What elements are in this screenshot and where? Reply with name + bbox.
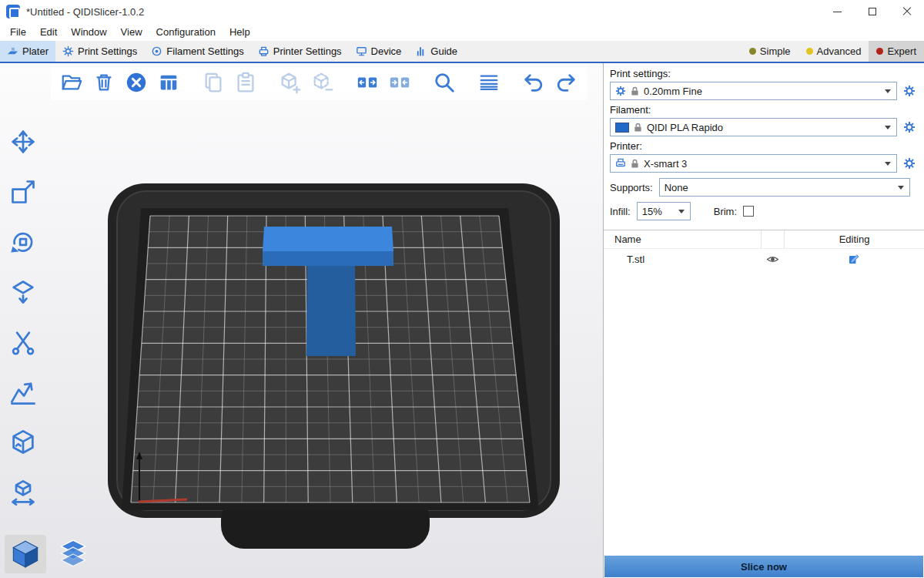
split-to-objects-button[interactable] xyxy=(353,67,382,98)
chevron-down-icon xyxy=(678,210,685,213)
lock-icon xyxy=(631,159,639,169)
visibility-toggle[interactable] xyxy=(761,249,784,270)
menu-bar: File Edit Window View Configuration Help xyxy=(0,23,924,41)
scale-button[interactable] xyxy=(3,172,43,212)
lock-icon xyxy=(634,123,642,133)
filament-combo[interactable]: QIDI PLA Rapido xyxy=(610,118,897,136)
menu-edit[interactable]: Edit xyxy=(33,24,64,40)
place-on-face-button[interactable] xyxy=(3,272,43,312)
object-list-row[interactable]: T.stl xyxy=(604,249,924,270)
object-list: Name Editing T.stl xyxy=(604,230,924,555)
rotate-button[interactable] xyxy=(3,222,43,262)
search-button[interactable] xyxy=(430,67,459,98)
undo-button[interactable] xyxy=(519,67,548,98)
tab-guide[interactable]: Guide xyxy=(408,41,464,62)
remove-instance-button[interactable] xyxy=(308,67,337,98)
variable-layer-height-button[interactable] xyxy=(474,67,504,98)
tab-label: Filament Settings xyxy=(166,45,243,57)
column-name: Name xyxy=(604,234,761,245)
minimize-button[interactable] xyxy=(820,0,855,23)
preview-layers-view-icon xyxy=(58,539,89,569)
gear-icon xyxy=(903,121,916,133)
maximize-icon xyxy=(869,8,876,15)
editing-toggle[interactable] xyxy=(784,249,924,270)
printer-mini-icon xyxy=(615,158,626,169)
mode-simple[interactable]: Simple xyxy=(742,41,798,62)
tab-filament-settings[interactable]: Filament Settings xyxy=(144,41,250,62)
copy-button[interactable] xyxy=(199,67,228,98)
split-to-parts-button[interactable] xyxy=(385,67,414,98)
menu-window[interactable]: Window xyxy=(64,24,113,40)
print-settings-label: Print settings: xyxy=(610,68,916,79)
preview-layers-view-button[interactable] xyxy=(52,535,94,573)
device-monitor-icon xyxy=(356,45,367,57)
3d-editor-view-button[interactable] xyxy=(5,535,46,573)
menu-view[interactable]: View xyxy=(114,24,149,40)
measure-button[interactable] xyxy=(3,472,43,512)
filament-edit-button[interactable] xyxy=(902,121,916,133)
brim-label: Brim: xyxy=(714,206,737,217)
menu-help[interactable]: Help xyxy=(223,24,257,40)
tab-printer-settings[interactable]: Printer Settings xyxy=(251,41,349,62)
mode-expert[interactable]: Expert xyxy=(869,41,924,62)
printer-value: X-smart 3 xyxy=(644,158,687,170)
redo-button[interactable] xyxy=(551,67,581,98)
delete-button[interactable] xyxy=(89,67,119,98)
chevron-down-icon xyxy=(885,162,891,166)
maximize-button[interactable] xyxy=(855,0,889,23)
print-settings-combo[interactable]: 0.20mm Fine xyxy=(610,82,897,100)
window-controls xyxy=(820,0,924,23)
measure-icon xyxy=(9,479,37,506)
arrange-button[interactable] xyxy=(154,67,183,98)
redo-icon xyxy=(554,71,578,94)
right-panel: Print settings: 0.20mm Fine Filament: QI… xyxy=(603,63,924,578)
paste-button[interactable] xyxy=(231,67,260,98)
advanced-mode-dot-icon xyxy=(806,48,813,55)
tab-label: Guide xyxy=(430,45,457,57)
3d-editor-view-icon xyxy=(11,539,40,569)
plater-icon xyxy=(7,45,18,57)
tab-bar: Plater Print Settings Filament Settings … xyxy=(0,41,924,63)
tab-label: Device xyxy=(371,45,402,57)
cut-button[interactable] xyxy=(3,322,43,362)
object-name: T.stl xyxy=(604,254,761,265)
add-instance-button[interactable] xyxy=(276,67,305,98)
supports-combo[interactable]: None xyxy=(659,178,910,197)
printer-combo[interactable]: X-smart 3 xyxy=(610,154,897,173)
window-title: *Untitled - QIDISlicer-1.0.2 xyxy=(26,6,144,18)
brim-checkbox[interactable] xyxy=(743,206,754,217)
infill-combo[interactable]: 15% xyxy=(637,202,691,220)
mode-label: Expert xyxy=(887,45,916,57)
guide-bars-icon xyxy=(415,45,427,57)
view-switcher xyxy=(5,535,94,573)
chevron-down-icon xyxy=(885,126,891,129)
open-project-button[interactable] xyxy=(57,67,86,98)
scale-icon xyxy=(9,178,37,206)
menu-configuration[interactable]: Configuration xyxy=(149,24,223,40)
close-button[interactable] xyxy=(889,0,924,23)
print-settings-edit-button[interactable] xyxy=(902,85,916,97)
mode-advanced[interactable]: Advanced xyxy=(798,41,869,62)
mode-label: Advanced xyxy=(817,45,862,57)
tab-plater[interactable]: Plater xyxy=(0,41,55,62)
tab-device[interactable]: Device xyxy=(349,41,409,62)
3d-viewport[interactable] xyxy=(0,63,603,578)
seam-painting-button[interactable] xyxy=(3,422,43,462)
move-button[interactable] xyxy=(3,122,43,162)
paint-on-supports-button[interactable] xyxy=(3,372,43,412)
menu-file[interactable]: File xyxy=(3,24,33,40)
delete-all-icon xyxy=(125,71,148,94)
variable-layer-height-icon xyxy=(477,71,500,94)
printer-label: Printer: xyxy=(610,140,916,152)
tab-print-settings[interactable]: Print Settings xyxy=(55,41,144,62)
supports-label: Supports: xyxy=(610,182,653,193)
tab-label: Printer Settings xyxy=(273,45,342,57)
add-instance-icon xyxy=(279,71,302,94)
delete-all-button[interactable] xyxy=(122,67,151,98)
object-list-header: Name Editing xyxy=(604,230,924,249)
mode-switcher: Simple Advanced Expert xyxy=(742,41,924,62)
printer-edit-button[interactable] xyxy=(902,157,916,170)
chevron-down-icon xyxy=(898,186,904,190)
remove-instance-icon xyxy=(311,71,334,94)
slice-now-button[interactable]: Slice now xyxy=(604,556,923,577)
